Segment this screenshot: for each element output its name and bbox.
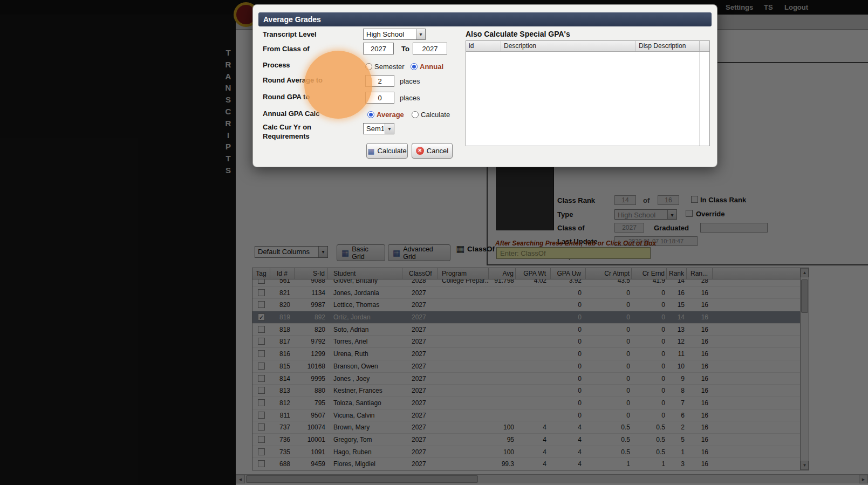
calculator-icon: ▦ — [367, 147, 374, 155]
special-gpa-header-row: id Description Disp Description — [466, 41, 709, 52]
round-gpa-places-label: places — [400, 93, 420, 103]
annual-gpa-calc-label: Annual GPA Calc — [263, 110, 319, 118]
calculate-button[interactable]: ▦ Calculate — [366, 143, 408, 159]
calc-cur-yr-label-line2: Requirements — [263, 132, 310, 140]
cancel-button[interactable]: ✕ Cancel — [412, 143, 453, 159]
transcript-level-select[interactable]: High School ▾ — [363, 29, 426, 40]
cancel-button-label: Cancel — [427, 147, 448, 155]
chevron-down-icon: ▾ — [416, 29, 425, 39]
calc-cur-yr-label-line1: Calc Cur Yr on — [263, 123, 311, 131]
to-label: To — [401, 45, 409, 53]
transcript-level-label: Transcript Level — [263, 30, 317, 38]
annual-radio[interactable] — [411, 63, 418, 70]
special-gpa-table-body — [466, 52, 709, 146]
semester-label: Semester — [374, 62, 405, 71]
average-label: Average — [377, 110, 404, 119]
click-indicator — [304, 51, 372, 119]
round-average-places-label: places — [400, 77, 420, 86]
special-gpa-heading: Also Calculate Special GPA's — [466, 30, 570, 38]
dialog-title-bar[interactable]: Average Grades — [258, 12, 712, 26]
to-class-of-input[interactable] — [413, 43, 447, 54]
gpa-column-disp-description[interactable]: Disp Description — [636, 41, 700, 51]
calculate-radio[interactable] — [412, 111, 419, 118]
chevron-down-icon: ▾ — [385, 124, 394, 134]
dialog-title: Average Grades — [263, 15, 321, 24]
round-gpa-label: Round GPA to — [263, 93, 310, 101]
application-window: Settings TS Logout 2-Tech Support-2 (s8)… — [0, 0, 868, 485]
calculate-radio-label: Calculate — [421, 110, 450, 119]
from-class-of-input[interactable] — [363, 43, 394, 54]
special-gpa-table: id Description Disp Description — [466, 40, 710, 146]
calc-cur-yr-select[interactable]: Sem1 ▾ — [363, 123, 394, 134]
from-class-of-label: From Class of — [263, 45, 310, 53]
cancel-x-icon: ✕ — [416, 147, 424, 155]
annual-label: Annual — [420, 62, 443, 71]
calculate-button-label: Calculate — [378, 147, 407, 155]
gpa-column-description[interactable]: Description — [501, 41, 636, 51]
gpa-column-id[interactable]: id — [466, 41, 501, 51]
average-radio[interactable] — [367, 111, 374, 118]
process-label: Process — [263, 61, 290, 69]
gpa-scroll-gutter — [700, 41, 709, 51]
